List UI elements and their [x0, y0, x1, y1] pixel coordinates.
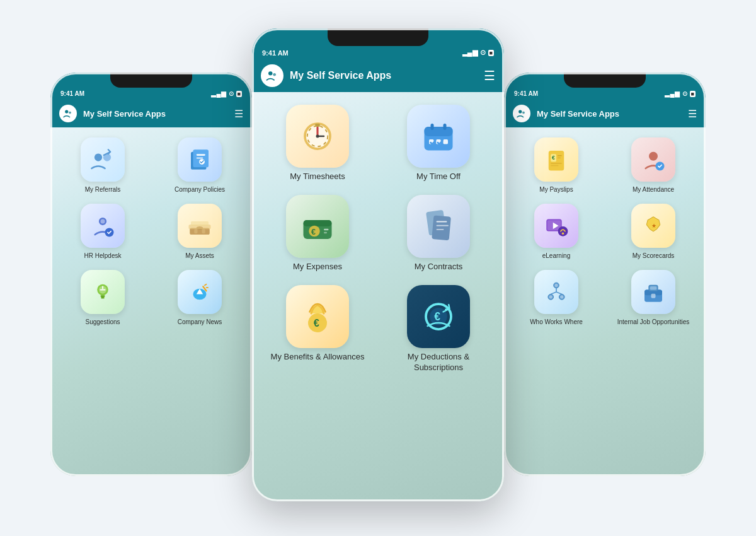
wifi-right: ⊙ [682, 90, 687, 97]
app-icon-policies [178, 137, 222, 182]
svg-rect-20 [101, 295, 105, 297]
svg-point-1 [69, 112, 71, 114]
app-assets[interactable]: My Assets [155, 204, 244, 260]
app-icon-payslips: € [534, 137, 578, 182]
app-elearning[interactable]: eLearning [512, 204, 601, 260]
signal-center: ▂▄▆ [462, 49, 478, 57]
nav-title-right: My Self Service Apps [537, 109, 682, 119]
svg-rect-61 [558, 155, 562, 156]
time-right: 9:41 AM [514, 90, 538, 97]
nav-bar-left: My Self Service Apps ☰ [50, 100, 252, 127]
app-grid-right: € My Payslips [512, 137, 698, 326]
app-label-elearning: eLearning [542, 252, 570, 260]
signal-left: ▂▄▆ [211, 90, 226, 97]
nav-bar-center: My Self Service Apps ☰ [252, 59, 504, 92]
app-hr[interactable]: HR Helpdesk [58, 204, 147, 260]
wifi-left: ⊙ [229, 90, 234, 97]
app-icon-hr [81, 204, 125, 248]
app-policies[interactable]: Company Policies [155, 137, 244, 194]
app-benefits[interactable]: € My Benefits & Allowances [262, 285, 373, 373]
app-timeoff[interactable]: My Time Off [383, 105, 494, 182]
app-scorecards[interactable]: ★ My Scorecards [609, 204, 698, 260]
time-center: 9:41 AM [262, 49, 289, 57]
svg-text:€: € [314, 317, 319, 329]
nav-bar-right: My Self Service Apps ☰ [504, 100, 706, 127]
status-icons-center: ▂▄▆ ⊙ ■ [462, 49, 494, 57]
svg-point-65 [649, 152, 658, 161]
app-icon-contracts [407, 195, 470, 258]
app-whoworks[interactable]: Who Works Where [512, 270, 601, 326]
app-label-jobs: Internal Job Opportunities [617, 318, 690, 326]
app-label-timeoff: My Time Off [416, 172, 461, 182]
app-label-benefits: My Benefits & Allowances [271, 352, 365, 363]
nav-menu-center[interactable]: ☰ [484, 68, 495, 83]
app-icon-referrals [81, 137, 125, 182]
svg-rect-32 [315, 124, 320, 127]
battery-center: ■ [488, 50, 494, 56]
app-timesheets[interactable]: My Timesheets [262, 105, 373, 182]
svg-rect-17 [191, 221, 209, 226]
notch-center [328, 28, 428, 46]
svg-rect-62 [558, 158, 561, 159]
svg-point-56 [518, 110, 522, 113]
app-contracts[interactable]: My Contracts [383, 195, 494, 272]
content-center: My Timesheets [252, 92, 504, 501]
svg-point-81 [554, 284, 558, 287]
svg-point-82 [549, 295, 553, 298]
svg-rect-35 [431, 124, 434, 130]
content-left: My Referrals Company Policies [50, 127, 252, 476]
app-referrals[interactable]: My Referrals [58, 137, 147, 194]
app-label-suggestions: Suggestions [85, 318, 120, 326]
svg-rect-36 [444, 124, 447, 130]
app-label-timesheets: My Timesheets [290, 172, 345, 182]
nav-menu-right[interactable]: ☰ [688, 108, 697, 120]
app-payslips[interactable]: € My Payslips [512, 137, 601, 194]
svg-rect-7 [197, 158, 203, 159]
svg-rect-14 [194, 229, 197, 233]
app-label-whoworks: Who Works Where [530, 318, 583, 326]
app-icon-timeoff [407, 105, 470, 168]
app-label-hr: HR Helpdesk [84, 252, 122, 260]
wifi-center: ⊙ [480, 49, 486, 57]
app-expenses[interactable]: € My Expenses [262, 195, 373, 272]
app-icon-deductions: € [407, 285, 470, 348]
svg-text:€: € [434, 310, 440, 323]
app-icon-news [178, 270, 222, 314]
app-label-expenses: My Expenses [293, 262, 342, 272]
svg-point-10 [101, 219, 105, 224]
scene: 9:41 AM ▂▄▆ ⊙ ■ My Self Service Apps ☰ [32, 9, 724, 527]
svg-text:€: € [552, 154, 555, 161]
phone-left: 9:41 AM ▂▄▆ ⊙ ■ My Self Service Apps ☰ [50, 73, 252, 476]
phone-right: 9:41 AM ▂▄▆ ⊙ ■ My Self Service Apps ☰ [504, 73, 706, 476]
svg-point-2 [94, 153, 102, 161]
svg-rect-45 [324, 232, 327, 234]
app-suggestions[interactable]: Suggestions [58, 270, 147, 326]
nav-menu-left[interactable]: ☰ [234, 108, 243, 120]
app-attendance[interactable]: My Attendance [609, 137, 698, 194]
svg-rect-34 [425, 127, 453, 136]
nav-title-left: My Self Service Apps [83, 109, 228, 119]
svg-rect-88 [651, 294, 656, 298]
svg-point-0 [65, 110, 68, 113]
svg-rect-15 [202, 229, 205, 233]
svg-rect-87 [650, 286, 657, 289]
app-jobs[interactable]: Internal Job Opportunities [609, 270, 698, 326]
svg-point-31 [316, 135, 319, 138]
svg-point-57 [522, 112, 525, 114]
svg-line-77 [551, 292, 556, 294]
app-grid-left: My Referrals Company Policies [58, 137, 244, 326]
notch-left [110, 73, 192, 88]
app-news[interactable]: Company News [155, 270, 244, 326]
app-deductions[interactable]: € My Deductions & Subscriptions [383, 285, 494, 373]
app-icon-assets [178, 204, 222, 248]
content-right: € My Payslips [504, 127, 706, 476]
status-icons-right: ▂▄▆ ⊙ ■ [665, 90, 696, 97]
svg-rect-6 [197, 154, 205, 156]
svg-text:€: € [311, 227, 316, 236]
app-label-contracts: My Contracts [415, 262, 463, 272]
app-icon-expenses: € [286, 195, 349, 258]
svg-point-71 [562, 233, 564, 235]
app-grid-center: My Timesheets [262, 105, 494, 373]
svg-rect-39 [444, 139, 449, 144]
app-label-scorecards: My Scorecards [633, 252, 675, 260]
